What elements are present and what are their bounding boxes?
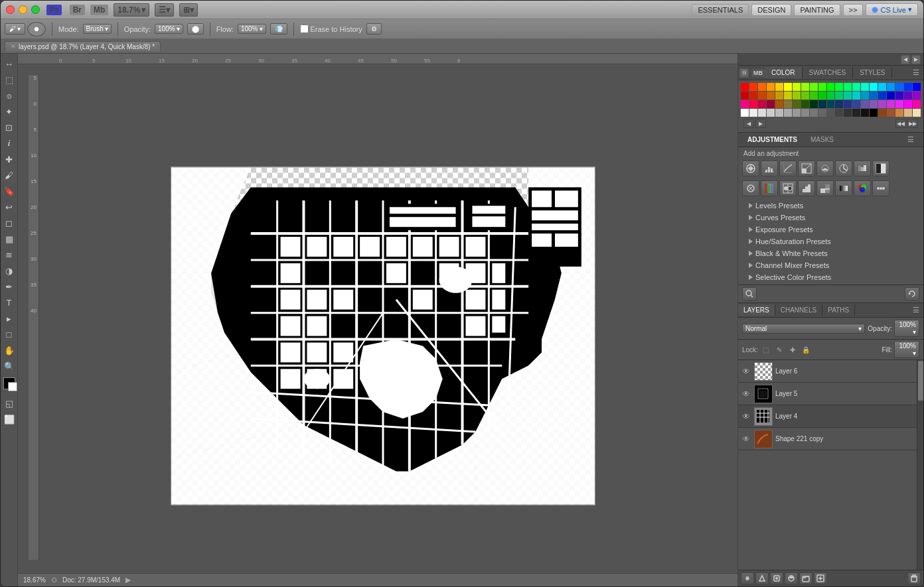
- new-fill-adj-btn[interactable]: [785, 572, 798, 584]
- swatch-p19[interactable]: [895, 100, 903, 108]
- swatch-p4[interactable]: [767, 100, 775, 108]
- swatch-p6[interactable]: [784, 100, 792, 108]
- swatch-g11[interactable]: [835, 109, 843, 117]
- swatch-r12[interactable]: [835, 92, 843, 99]
- painting-workspace-btn[interactable]: PAINTING: [794, 4, 840, 16]
- lock-position-btn[interactable]: ✚: [787, 344, 798, 355]
- swatch-cyan[interactable]: [870, 83, 878, 91]
- swatch-g12[interactable]: [844, 109, 852, 117]
- layers-tab[interactable]: LAYERS: [738, 304, 775, 316]
- lock-pixels-btn[interactable]: ✎: [774, 344, 785, 355]
- swatch-p14[interactable]: [852, 100, 860, 108]
- search-presets-btn[interactable]: [742, 287, 757, 300]
- layer-item-shape[interactable]: 👁 Shape 221 copy: [738, 428, 923, 450]
- layers-scroll-thumb[interactable]: [918, 361, 923, 401]
- swatch-g14[interactable]: [861, 109, 869, 117]
- heal-tool[interactable]: ✚: [2, 152, 17, 166]
- exposure-presets-item[interactable]: Exposure Presets: [738, 224, 923, 235]
- swatch-r6[interactable]: [784, 92, 792, 99]
- mb-icon[interactable]: Mb: [90, 5, 108, 15]
- erase-to-history-label[interactable]: Erase to History: [300, 25, 362, 33]
- swatch-red[interactable]: [741, 83, 749, 91]
- layer-4-visibility[interactable]: 👁: [741, 411, 751, 422]
- swatch-p2[interactable]: [749, 100, 757, 108]
- swatch-r21[interactable]: [913, 92, 921, 99]
- close-button[interactable]: [6, 5, 15, 14]
- br-icon[interactable]: Br: [70, 5, 85, 15]
- dodge-tool[interactable]: ◑: [2, 263, 17, 278]
- swatch-page-right-btn[interactable]: ▶▶: [907, 119, 918, 128]
- delete-layer-btn[interactable]: [907, 572, 921, 584]
- swatch-darkred[interactable]: [741, 92, 749, 99]
- swatch-12[interactable]: [835, 83, 843, 91]
- swatch-r19[interactable]: [895, 92, 903, 99]
- zoom-tool[interactable]: 🔍: [2, 359, 17, 373]
- eyedropper-tool[interactable]: 𝒊: [2, 136, 17, 151]
- zoom-control[interactable]: 18.7% ▾: [114, 3, 149, 17]
- swatch-8[interactable]: [801, 83, 809, 91]
- swatch-3[interactable]: [758, 83, 766, 91]
- hand-tool[interactable]: ✋: [2, 343, 17, 358]
- levels-adj-btn[interactable]: [761, 161, 778, 176]
- magic-wand-tool[interactable]: ✦: [2, 104, 17, 119]
- stamp-tool[interactable]: 🔖: [2, 184, 17, 198]
- swatch-r10[interactable]: [818, 92, 826, 99]
- minimize-button[interactable]: [19, 5, 27, 14]
- channelmixer-presets-item[interactable]: Channel Mixer Presets: [738, 259, 923, 271]
- swatch-saddlebrown[interactable]: [878, 109, 886, 117]
- background-color[interactable]: [8, 382, 17, 391]
- swatch-wheat[interactable]: [913, 109, 921, 117]
- swatch-g2[interactable]: [758, 109, 766, 117]
- swatch-g8[interactable]: [810, 109, 818, 117]
- layer-5-visibility[interactable]: 👁: [741, 389, 751, 399]
- swatch-right-btn[interactable]: ▶: [755, 119, 766, 128]
- layers-scrollbar[interactable]: [917, 360, 923, 570]
- curves-adj-btn[interactable]: [779, 161, 797, 176]
- add-mask-btn[interactable]: [770, 572, 783, 584]
- hue-adj-btn[interactable]: [835, 161, 852, 176]
- swatch-page-left-btn[interactable]: ◀◀: [895, 119, 906, 128]
- swatch-r7[interactable]: [793, 92, 801, 99]
- masks-tab[interactable]: MASKS: [807, 136, 838, 143]
- swatch-pink[interactable]: [741, 100, 749, 108]
- selectivecolor-presets-item[interactable]: Selective Color Presets: [738, 271, 923, 283]
- swatch-sienna[interactable]: [887, 109, 895, 117]
- swatch-r4[interactable]: [767, 92, 775, 99]
- channelmixer-adj-btn[interactable]: [761, 180, 778, 196]
- mode-dropdown[interactable]: Brush ▾: [83, 24, 112, 34]
- invert-adj-btn[interactable]: [779, 180, 797, 196]
- status-icon[interactable]: ⊙: [51, 576, 57, 584]
- swatch-13[interactable]: [844, 83, 852, 91]
- collapse-left-btn[interactable]: ◀: [901, 55, 910, 64]
- swatch-r8[interactable]: [801, 92, 809, 99]
- swatch-p10[interactable]: [818, 100, 826, 108]
- swatch-2[interactable]: [749, 83, 757, 91]
- colorbalance-adj-btn[interactable]: [854, 161, 871, 176]
- swatch-p11[interactable]: [827, 100, 835, 108]
- status-arrow-btn[interactable]: ▶: [125, 576, 131, 584]
- selectivecolor-adj-btn[interactable]: [854, 180, 871, 196]
- essentials-workspace-btn[interactable]: ESSENTIALS: [692, 4, 749, 16]
- swatch-green[interactable]: [827, 83, 835, 91]
- swatch-g1[interactable]: [749, 109, 757, 117]
- swatch-p16[interactable]: [870, 100, 878, 108]
- foreground-color[interactable]: [3, 377, 15, 389]
- move-tool[interactable]: ↔: [2, 56, 17, 71]
- swatch-r16[interactable]: [870, 92, 878, 99]
- swatch-19[interactable]: [895, 83, 903, 91]
- posterize-adj-btn[interactable]: [798, 180, 815, 196]
- history-settings-btn[interactable]: ⚙: [366, 23, 382, 34]
- brightness-adj-btn[interactable]: [742, 161, 759, 176]
- canvas-container[interactable]: 5 0 5 10 15 20 25 30 35 40: [29, 64, 737, 573]
- swatch-15[interactable]: [861, 83, 869, 91]
- shape-tool[interactable]: □: [2, 327, 17, 342]
- blur-tool[interactable]: ≋: [2, 247, 17, 262]
- swatch-g5[interactable]: [784, 109, 792, 117]
- curves-presets-item[interactable]: Curves Presets: [738, 212, 923, 224]
- marquee-tool[interactable]: ⬚: [2, 72, 17, 87]
- brush-size-btn[interactable]: [27, 22, 46, 36]
- swatch-black[interactable]: [870, 109, 878, 117]
- swatch-r15[interactable]: [861, 92, 869, 99]
- swatch-p9[interactable]: [810, 100, 818, 108]
- swatch-p17[interactable]: [878, 100, 886, 108]
